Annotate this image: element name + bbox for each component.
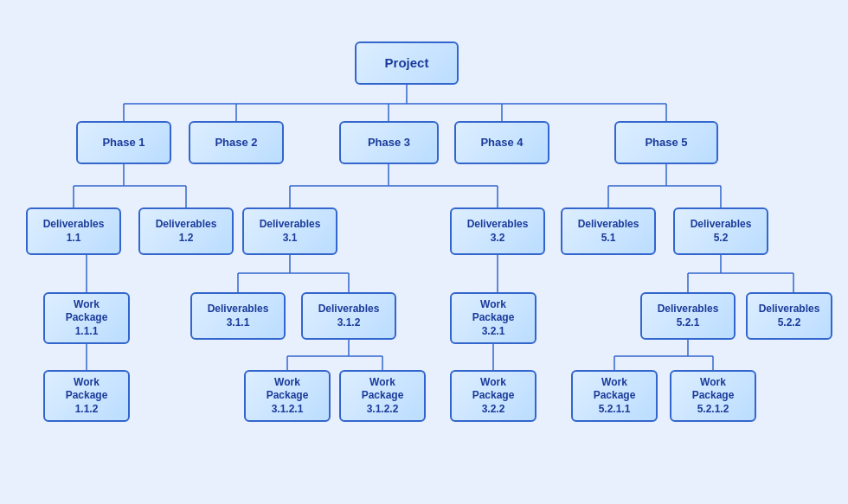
node-wp112: WorkPackage1.1.2 [43,370,130,422]
node-phase5: Phase 5 [614,121,718,164]
node-del52: Deliverables5.2 [673,207,768,255]
node-phase3: Phase 3 [339,121,439,164]
node-del312: Deliverables3.1.2 [301,292,396,340]
node-del521: Deliverables5.2.1 [640,292,736,340]
node-wp321: WorkPackage3.2.1 [450,292,536,344]
node-del31: Deliverables3.1 [242,207,337,255]
node-wp322: WorkPackage3.2.2 [450,370,536,422]
node-del32: Deliverables3.2 [450,207,545,255]
node-del12: Deliverables1.2 [138,207,234,255]
node-del522: Deliverables5.2.2 [746,292,832,340]
node-wp111: WorkPackage1.1.1 [43,292,130,344]
node-wp3121: WorkPackage3.1.2.1 [244,370,331,422]
node-phase1: Phase 1 [76,121,171,164]
node-wp5212: WorkPackage5.2.1.2 [670,370,756,422]
node-project: Project [355,41,459,85]
node-phase2: Phase 2 [189,121,284,164]
node-phase4: Phase 4 [454,121,549,164]
node-del311: Deliverables3.1.1 [190,292,286,340]
node-wp3122: WorkPackage3.1.2.2 [339,370,426,422]
node-wp5211: WorkPackage5.2.1.1 [571,370,658,422]
node-del11: Deliverables1.1 [26,207,121,255]
node-del51: Deliverables5.1 [561,207,656,255]
chart-container: Project Phase 1 Phase 2 Phase 3 Phase 4 … [0,0,848,504]
